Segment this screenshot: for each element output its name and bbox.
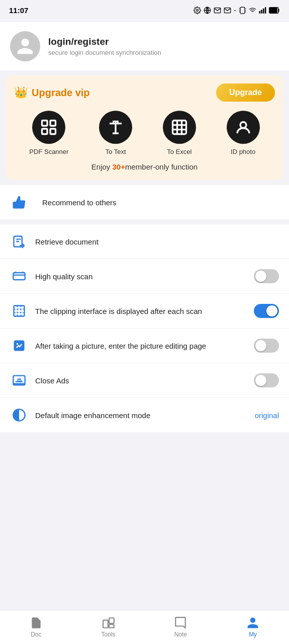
nav-note-label: Note (174, 631, 187, 638)
status-time: 11:07 (9, 6, 28, 15)
close-ads-toggle[interactable] (254, 373, 279, 387)
to-excel-icon (170, 118, 188, 136)
feature-to-text[interactable]: To Text (99, 111, 132, 155)
close-ads-knob (255, 375, 266, 386)
id-photo-icon-bg (227, 111, 260, 144)
image-enhancement-icon (10, 406, 28, 424)
svg-rect-19 (42, 129, 48, 134)
picture-editing-icon (10, 337, 28, 355)
image-enhancement-label: Default image enhancement mode (35, 410, 255, 421)
to-text-icon (107, 118, 125, 136)
image-enhancement-value: original (255, 411, 279, 420)
battery-icon (269, 7, 280, 14)
to-excel-label: To Excel (167, 148, 191, 155)
svg-rect-11 (259, 11, 261, 13)
quality-label: High quality scan (35, 271, 254, 282)
pdf-scanner-icon (40, 118, 58, 136)
vip-title: 👑 Upgrade vip (14, 86, 90, 99)
vip-member-suffix: member-only function (125, 163, 198, 171)
close-ads-svg: AD (12, 373, 26, 387)
bottom-nav: Doc Tools Note My (0, 610, 289, 644)
svg-rect-13 (263, 8, 264, 13)
settings-item-clipping: The clipping interface is displayed afte… (0, 294, 289, 329)
svg-rect-12 (261, 10, 262, 14)
svg-text:AD: AD (17, 379, 22, 383)
svg-rect-20 (50, 129, 56, 134)
svg-point-32 (17, 343, 19, 345)
mail2-icon (224, 7, 231, 14)
profile-text: login/register secure login document syn… (48, 36, 161, 56)
tools-icon (102, 616, 115, 629)
avatar (10, 31, 40, 61)
id-photo-icon (234, 118, 252, 136)
picture-editing-label: After taking a picture, enter the pictur… (35, 341, 254, 351)
nav-tools-label: Tools (102, 631, 116, 638)
settings-list: Retrieve document High quality scan (0, 224, 289, 432)
vpn-icon (204, 7, 211, 14)
upgrade-button[interactable]: Upgrade (216, 84, 275, 102)
nav-doc[interactable]: Doc (0, 610, 72, 644)
pdf-scanner-icon-bg (32, 111, 65, 144)
high-quality-knob (255, 271, 266, 282)
clipping-svg (12, 304, 26, 318)
mail-icon (214, 7, 221, 14)
feature-to-excel[interactable]: To Excel (163, 111, 196, 155)
svg-rect-29 (14, 306, 25, 316)
vip-member-prefix: Enjoy (91, 163, 113, 171)
crown-icon: 👑 (14, 86, 28, 99)
my-icon (246, 616, 259, 629)
svg-rect-39 (109, 624, 114, 628)
clipping-label: The clipping interface is displayed afte… (35, 306, 254, 316)
retrieve-svg (12, 234, 26, 249)
feature-pdf-scanner[interactable]: PDF Scanner (29, 111, 68, 155)
recommend-text: Recommend to others (42, 198, 117, 207)
status-bar: 11:07 · (0, 0, 289, 18)
wifi-icon (249, 7, 256, 14)
recommend-section[interactable]: Recommend to others (0, 185, 289, 219)
nav-my-label: My (249, 631, 257, 638)
svg-rect-21 (172, 121, 186, 134)
doc-icon (30, 616, 43, 629)
person-icon (16, 37, 35, 56)
settings-item-retrieve-document[interactable]: Retrieve document (0, 224, 289, 259)
vip-member-highlight: 30+ (113, 163, 125, 171)
image-enhancement-svg (12, 408, 26, 422)
vip-member-text: Enjoy 30+member-only function (14, 163, 275, 171)
vibrate-icon (239, 7, 246, 14)
id-photo-label: ID photo (231, 148, 255, 155)
nav-note[interactable]: Note (145, 610, 217, 644)
to-excel-icon-bg (163, 111, 196, 144)
svg-rect-37 (103, 620, 108, 628)
retrieve-icon (10, 232, 28, 251)
content-scroll: login/register secure login document syn… (0, 18, 289, 644)
status-icons: · (194, 5, 280, 16)
to-text-label: To Text (106, 148, 126, 155)
nav-tools[interactable]: Tools (72, 610, 145, 644)
svg-rect-18 (50, 121, 56, 126)
settings-icon (194, 7, 201, 14)
svg-rect-14 (265, 7, 266, 14)
svg-rect-17 (42, 121, 48, 126)
nav-my[interactable]: My (217, 610, 289, 644)
login-subtitle: secure login document synchronization (48, 49, 161, 56)
retrieve-label: Retrieve document (35, 236, 279, 247)
network-icon (259, 7, 266, 14)
quality-scan-icon (10, 267, 28, 285)
profile-section[interactable]: login/register secure login document syn… (0, 22, 289, 70)
close-ads-label: Close Ads (35, 375, 254, 386)
vip-header: 👑 Upgrade vip Upgrade (14, 84, 275, 102)
pdf-scanner-label: PDF Scanner (29, 148, 68, 155)
features-row: PDF Scanner To Text (14, 111, 275, 155)
high-quality-toggle[interactable] (254, 269, 279, 283)
clipping-knob (266, 305, 277, 316)
picture-editing-toggle[interactable] (254, 339, 279, 353)
clipping-icon (10, 302, 28, 320)
login-title: login/register (48, 36, 161, 47)
feature-id-photo[interactable]: ID photo (227, 111, 260, 155)
picture-editing-svg (12, 339, 26, 353)
settings-item-image-enhancement[interactable]: Default image enhancement mode original (0, 398, 289, 432)
settings-item-picture-editing: After taking a picture, enter the pictur… (0, 329, 289, 363)
nav-doc-label: Doc (31, 631, 41, 638)
dot-icon: · (234, 5, 236, 16)
clipping-toggle[interactable] (254, 304, 279, 318)
